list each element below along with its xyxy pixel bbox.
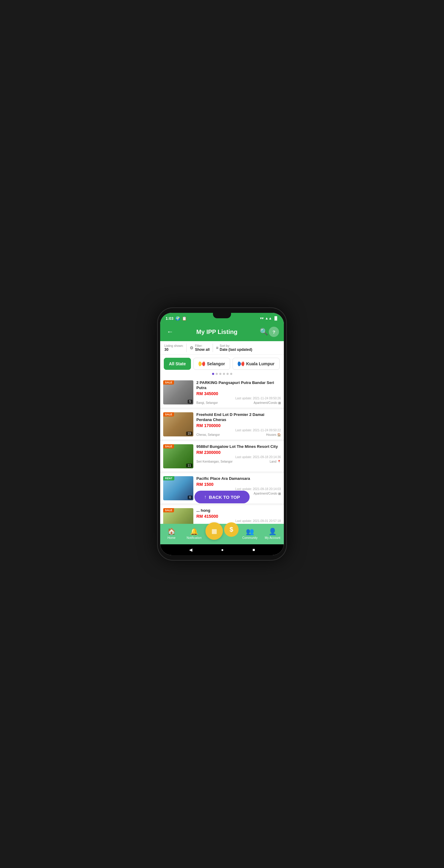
nav-home[interactable]: 🏠 Home [160,528,183,541]
dot-3 [219,373,221,375]
dot-1 [212,373,214,375]
card-title-3: 9588sf Bungalow Lot The Mines Resort Cit… [196,444,281,450]
back-to-top-button[interactable]: ↑ BACK TO TOP [195,491,250,503]
tab-kl-label: Kuala Lumpur [246,361,274,366]
back-to-top-label: BACK TO TOP [209,495,240,500]
tab-selangor[interactable]: 🟡🔴 Selangor [194,358,230,370]
card-date-row-4: Last update: 2021-09-18 20:14:03 [196,487,281,491]
listing-card-3[interactable]: SALE 11 9588sf Bungalow Lot The Mines Re… [160,441,284,471]
nav-dollar-button[interactable]: $ [224,522,239,537]
sale-badge-2: SALE [163,412,174,416]
card-date-row-2: Last update: 2021-11-24 09:50:22 [196,429,281,432]
filter-bar: Listing shown: 30 ⚙ Filter: Show all ≡ S… [160,341,284,355]
nav-center-group: ▦ $ [205,522,239,540]
photo-count-2: 19 [186,432,193,435]
card-title-5: ... hong [196,508,281,513]
status-left: 1:03 🌍 📋 [166,316,187,321]
card-location-3: Seri Kembangan, Selangor [196,460,233,463]
battery-icon: ▐▌ [273,316,278,320]
help-icon: ? [272,330,275,335]
listing-card-5[interactable]: SALE ... hong RM 415000 Last update: 202… [160,505,284,524]
sort-icon: ≡ [216,345,218,350]
card-image-wrap-4: RENT 6 [163,476,194,500]
page-title: My IPP Listing [175,329,259,336]
dots-indicator [160,372,284,377]
photo-count-1: 5 [188,400,193,404]
photo-count-4: 6 [188,495,193,499]
search-button[interactable]: 🔍 [259,327,269,337]
tab-all-state[interactable]: All State [164,358,191,370]
android-home-button[interactable]: ● [221,547,224,552]
card-location-1: Bangi, Selangor [196,401,218,404]
sale-badge-5: SALE [163,508,174,513]
card-info-1: 2 PARKING Pangsapuri Putra Bandar Seri P… [196,380,281,404]
signal-icon: ▲▲ [265,316,272,320]
selangor-flag: 🟡🔴 [199,361,205,367]
filter-divider-2 [213,344,213,352]
account-icon: 👤 [268,528,276,535]
card-price-4: RM 1500 [196,482,281,487]
bottom-nav: 🏠 Home 🔔 Notification ▦ $ 👥 [160,524,284,544]
card-meta-2: Cheras, Selangor Houses 🏠 [196,433,281,436]
card-date-row-3: Last update: 2021-09-18 20:14:36 [196,456,281,459]
tab-kuala-lumpur[interactable]: 🔵🔴 Kuala Lumpur [233,358,279,370]
tab-selangor-label: Selangor [207,361,225,366]
card-image-wrap-2: SALE 19 [163,412,194,436]
listing-scroll[interactable]: SALE 5 2 PARKING Pangsapuri Putra Bandar… [160,377,284,524]
android-nav: ◀ ● ■ [160,544,284,555]
center-bubbles: ▦ $ [205,522,239,540]
globe-icon: 🌍 [175,316,180,321]
filter-icon: ⚙ [190,345,194,350]
nav-notification[interactable]: 🔔 Notification [183,528,205,541]
card-meta-3: Seri Kembangan, Selangor Land 📍 [196,460,281,463]
dot-4 [223,373,225,375]
dot-2 [216,373,218,375]
wifi-icon: ▾▾ [260,316,264,320]
card-title-2: Freehold End Lot D Premier 2 Damai Perda… [196,412,281,423]
android-back-button[interactable]: ◀ [189,547,193,552]
card-type-3: Land 📍 [270,460,281,463]
sale-badge-3: SALE [163,444,174,448]
sort-control[interactable]: ≡ Sort by: Date (last updated) [216,344,252,352]
nav-listing-button[interactable]: ▦ [205,522,223,540]
card-price-1: RM 345000 [196,391,281,396]
tab-all-state-label: All State [169,361,186,366]
card-date-row-1: Last update: 2021-11-24 09:50:26 [196,397,281,400]
filter-label: Filter: [195,344,210,347]
card-title-1: 2 PARKING Pangsapuri Putra Bandar Seri P… [196,380,281,391]
dot-6 [230,373,232,375]
nav-community[interactable]: 👥 Community [239,528,261,541]
phone-screen: 1:03 🌍 📋 ▾▾ ▲▲ ▐▌ ← My IPP Listing 🔍 ? [160,313,284,555]
sort-item: Sort by: Date (last updated) [219,344,252,352]
card-price-5: RM 415000 [196,514,281,519]
listing-count-value: 30 [165,347,183,352]
dollar-icon: $ [230,526,233,533]
account-label: My Account [265,536,280,539]
card-type-1: Apartment/Condo ▦ [254,401,281,404]
home-icon: 🏠 [168,528,176,535]
back-button[interactable]: ← [165,327,175,337]
state-tabs: All State 🟡🔴 Selangor 🔵🔴 Kuala Lumpur [160,355,284,372]
card-price-3: RM 2300000 [196,450,281,455]
filter-value: Show all [195,347,210,352]
notification-icon: 🔔 [190,528,198,535]
sort-value: Date (last updated) [219,347,252,352]
listing-card-2[interactable]: SALE 19 Freehold End Lot D Premier 2 Dam… [160,409,284,439]
listing-card-1[interactable]: SALE 5 2 PARKING Pangsapuri Putra Bandar… [160,377,284,407]
card-lastupdate-2: Last update: 2021-11-24 09:50:22 [235,429,281,432]
filter-item: Filter: Show all [195,344,210,352]
notch [213,313,231,318]
android-recent-button[interactable]: ■ [253,547,255,552]
card-meta-1: Bangi, Selangor Apartment/Condo ▦ [196,401,281,404]
card-info-3: 9588sf Bungalow Lot The Mines Resort Cit… [196,444,281,468]
dot-5 [227,373,229,375]
card-lastupdate-5: Last update: 2021-09-01 20:57:18 [235,519,281,523]
filter-control[interactable]: ⚙ Filter: Show all [190,344,210,352]
card-image-wrap-5: SALE [163,508,194,524]
back-to-top-icon: ↑ [204,494,207,500]
card-price-2: RM 1700000 [196,423,281,428]
nav-my-account[interactable]: 👤 My Account [261,528,284,541]
help-button[interactable]: ? [269,327,279,337]
back-icon: ← [167,328,173,336]
card-lastupdate-3: Last update: 2021-09-18 20:14:36 [235,456,281,459]
